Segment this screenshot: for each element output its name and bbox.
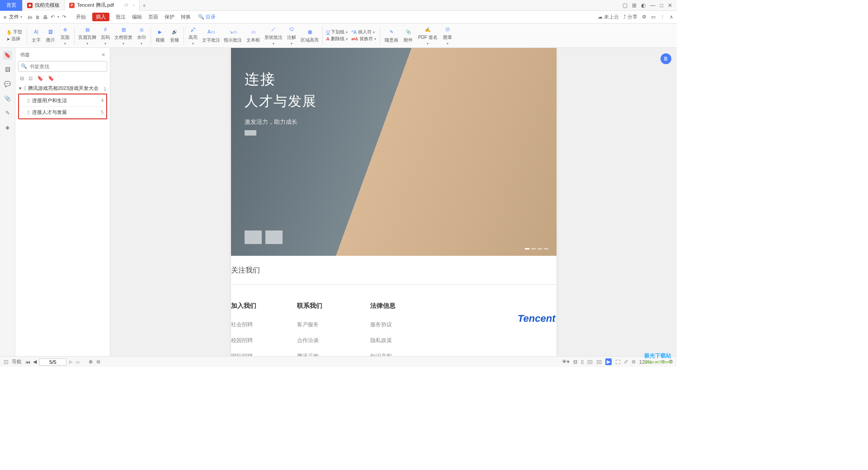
footer-link[interactable]: 国际招聘 (231, 352, 256, 356)
tab-template[interactable]: ◆ 找稻壳模板 (23, 0, 65, 11)
footer-link[interactable]: 校园招聘 (231, 337, 256, 344)
more-icon[interactable]: ⋮ (660, 14, 665, 20)
redo-icon[interactable]: ↷ (62, 14, 66, 20)
toc-link[interactable]: 🔍目录 (198, 14, 216, 20)
comment-icon[interactable]: 💬 (3, 80, 12, 89)
note-btn[interactable]: 🗨注解▾ (284, 24, 299, 47)
audio-btn[interactable]: 🔊音频 (167, 26, 182, 45)
docbg-btn[interactable]: ▨文档背景▾ (113, 24, 134, 47)
crop-icon[interactable]: ⤢ (624, 359, 628, 365)
close-icon[interactable]: ✕ (668, 2, 672, 9)
callout-btn[interactable]: ↘▭指示批注 (222, 26, 244, 45)
document-viewport[interactable]: 连接 人才与发展 激发活力，助力成长 关注我们 加入我们 社会招聘 (110, 48, 677, 356)
tab-convert[interactable]: 转换 (181, 14, 191, 20)
fit-width-icon[interactable]: ⊟ (573, 359, 577, 365)
single-page-icon[interactable]: ▯ (581, 359, 584, 365)
pagenum-btn[interactable]: #页码▾ (98, 24, 113, 47)
tab-pdf[interactable]: P Tencent 腾讯.pdf ⟳ • (65, 0, 140, 11)
print-icon[interactable]: 🖶 (43, 14, 48, 20)
nav-label[interactable]: 导航 (12, 358, 22, 365)
tab-home[interactable]: 首页 (0, 0, 23, 11)
collapse-icon[interactable]: ∧ (670, 14, 673, 20)
maximize-icon[interactable]: □ (660, 2, 663, 9)
bookmark-search-input[interactable] (18, 61, 107, 72)
add-bookmark-icon[interactable]: 🔖 (37, 75, 43, 81)
save-icon[interactable]: 🗎 (35, 14, 40, 20)
sign-btn[interactable]: ✍PDF 签名▾ (415, 24, 440, 47)
layout-icon[interactable]: ▢ (623, 2, 627, 9)
layers-icon[interactable]: ◈ (3, 123, 12, 132)
attach-rail-icon[interactable]: 📎 (3, 94, 12, 103)
zoom-out-icon[interactable]: ⊝ (632, 359, 636, 365)
freedraw-btn[interactable]: ✎随意画 (382, 26, 401, 45)
msg-icon[interactable]: ▭ (651, 14, 656, 20)
minimize-icon[interactable]: — (650, 2, 656, 9)
underline-btn[interactable]: U下划线▾ (326, 29, 348, 35)
footer-link[interactable]: 合作洽谈 (297, 337, 330, 344)
last-page-icon[interactable]: ⏭ (75, 359, 80, 365)
twopage-icon[interactable]: ▯▯ (596, 359, 602, 365)
continuous-icon[interactable]: ▯▯ (587, 359, 593, 365)
tab-sync-icon[interactable]: ⟳ (124, 2, 128, 8)
attach-btn[interactable]: 📎附件 (401, 26, 415, 45)
image-btn[interactable]: 🖼图片 (43, 26, 58, 45)
undo-more[interactable]: ▾ (57, 15, 59, 19)
gear-icon[interactable]: ⚙ (642, 14, 646, 20)
hamburger-icon[interactable]: ≡ (4, 14, 6, 20)
footer-link[interactable]: 知识产权 (370, 352, 396, 356)
replacechar-btn[interactable]: ⇄A替换符▾ (351, 36, 376, 42)
tab-add[interactable]: + (140, 2, 149, 9)
remove-page-icon[interactable]: ⊖ (96, 359, 100, 365)
strike-btn[interactable]: A删除线▾ (326, 36, 348, 42)
shapeannot-btn[interactable]: ／形状批注▾ (263, 24, 284, 47)
textbox-btn[interactable]: ▭文本框 (244, 26, 263, 45)
close-panel-icon[interactable]: ✕ (101, 52, 105, 58)
watermark-btn[interactable]: ◎水印▾ (134, 24, 149, 47)
areahl-btn[interactable]: ▦区域高亮 (299, 26, 321, 45)
tab-edit[interactable]: 编辑 (132, 14, 142, 20)
footer-link[interactable]: 社会招聘 (231, 321, 256, 329)
footer-link[interactable]: 隐私政策 (370, 337, 396, 344)
grid-icon[interactable]: ⊞ (632, 2, 637, 9)
bookmark-icon[interactable]: 🔖 (3, 51, 12, 60)
headerfooter-btn[interactable]: ▤页眉页脚▾ (76, 24, 98, 47)
hand-tool[interactable]: ✋手型 (6, 29, 22, 35)
page-input[interactable] (39, 358, 66, 366)
file-menu[interactable]: 文件▾ (9, 14, 22, 20)
bookmark-root[interactable]: ▾ ▯ 腾讯游戏亮相2023游戏开发大会 1 (18, 84, 107, 93)
floating-help-badge[interactable]: 🗎 (660, 53, 671, 64)
bookmark-item[interactable]: ▯ 连接用户和生活 4 (19, 95, 106, 106)
share-button[interactable]: ⤴ 分享 (623, 14, 637, 20)
tree-toggle-icon[interactable]: ▾ (19, 85, 24, 91)
tab-start[interactable]: 开始 (76, 14, 86, 20)
tab-protect[interactable]: 保护 (165, 14, 175, 20)
insertchar-btn[interactable]: ^A插入符▾ (351, 29, 376, 35)
video-btn[interactable]: ▶视频 (153, 26, 167, 45)
highlight-btn[interactable]: 🖍高亮▾ (186, 24, 200, 47)
tab-page[interactable]: 页面 (148, 14, 158, 20)
thumbnail-icon[interactable]: 🖼 (3, 65, 12, 74)
tab-insert[interactable]: 插入 (92, 13, 109, 21)
open-icon[interactable]: 🗁 (28, 14, 33, 20)
presentation-icon[interactable]: ▶ (605, 358, 612, 365)
avatar-icon[interactable]: ◐ (641, 2, 646, 9)
nav-icon[interactable]: ◫ (4, 359, 8, 365)
carousel-dots[interactable] (525, 248, 548, 249)
page-btn[interactable]: ⊕页面▾ (58, 24, 72, 47)
next-page-icon[interactable]: ▶ (69, 359, 73, 365)
footer-link[interactable]: 服务协议 (370, 321, 396, 329)
delete-bookmark-icon[interactable]: 🔖 (48, 75, 54, 81)
prev-page-icon[interactable]: ◀ (33, 359, 37, 365)
view-eye-icon[interactable]: 👁▾ (562, 359, 570, 365)
stamp-btn[interactable]: ㊞图章▾ (440, 24, 455, 47)
first-page-icon[interactable]: ⏮ (25, 359, 30, 365)
footer-link[interactable]: 客户服务 (297, 321, 330, 329)
extract-icon[interactable]: ✎ (3, 108, 12, 118)
textannot-btn[interactable]: A▭文字批注 (200, 26, 222, 45)
footer-link[interactable]: 腾讯采购 (297, 352, 330, 356)
text-btn[interactable]: A|文字 (29, 26, 43, 45)
fullscreen-icon[interactable]: ⛶ (615, 359, 620, 365)
add-page-icon[interactable]: ⊕ (89, 359, 93, 365)
cloud-status[interactable]: ☁ 未上云 (598, 14, 619, 20)
select-tool[interactable]: ➤选择 (6, 36, 20, 42)
